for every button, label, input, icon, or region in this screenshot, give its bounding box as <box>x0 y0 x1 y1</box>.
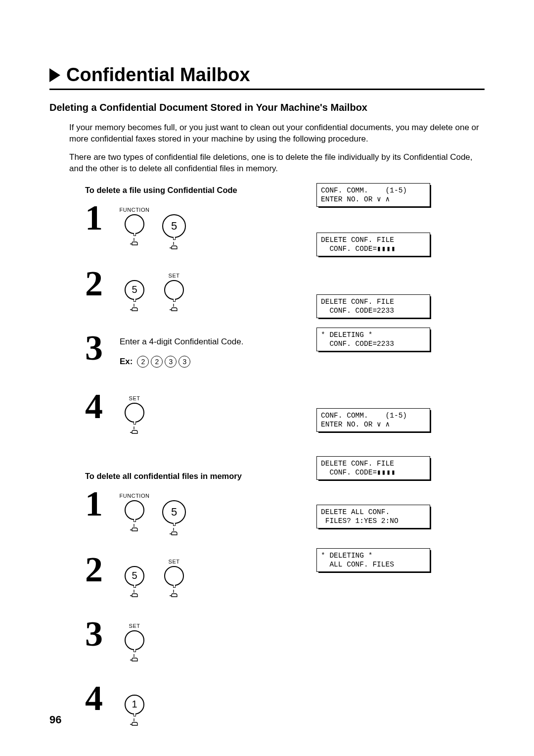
subsection-heading: Deleting a Confidential Document Stored … <box>49 102 485 113</box>
set-button-icon: SET <box>159 273 189 312</box>
digit-1-button-icon: 1 <box>120 687 149 726</box>
press-hand-icon <box>128 523 141 532</box>
press-hand-icon <box>128 653 141 662</box>
cursor-blocks-icon: ▮▮▮▮ <box>377 468 396 477</box>
intro-paragraph-1: If your memory becomes full, or you just… <box>69 122 485 145</box>
lcd-proc-a-step-1: CONF. COMM. (1-5) ENTER NO. OR ∨ ∧ <box>316 183 430 207</box>
step-3-instruction: Enter a 4-digit Confidential Code. <box>120 337 243 347</box>
digit-5-button-icon: 5 <box>159 493 189 536</box>
press-hand-icon <box>168 303 180 312</box>
intro-paragraph-2: There are two types of confidential file… <box>69 152 485 175</box>
manual-page: Confidential Mailbox Deleting a Confiden… <box>0 0 534 756</box>
lcd-proc-a-step-2: DELETE CONF. FILE CONF. CODE=▮▮▮▮ <box>316 233 430 256</box>
step-number: 2 <box>85 556 120 584</box>
lcd-proc-b-step-2: DELETE CONF. FILE CONF. CODE=▮▮▮▮ <box>316 456 430 480</box>
step-number: 4 <box>85 392 120 421</box>
set-button-icon: SET <box>120 395 149 434</box>
press-hand-icon <box>128 425 141 434</box>
press-hand-icon <box>168 527 180 536</box>
step-number: 3 <box>85 334 120 363</box>
digit-5-button-icon: 5 <box>120 559 149 598</box>
proc-b-step-4: 4 1 <box>85 684 485 729</box>
cursor-blocks-icon: ▮▮▮▮ <box>377 244 396 253</box>
lcd-proc-a-step-3: DELETE CONF. FILE CONF. CODE=2233 <box>316 294 430 318</box>
example-digit: 2 <box>137 356 149 368</box>
step-number: 3 <box>85 620 120 649</box>
title-arrow-icon <box>49 68 60 82</box>
lcd-proc-b-step-3: DELETE ALL CONF. FILES? 1:YES 2:NO <box>316 505 430 528</box>
digit-5-button-icon: 5 <box>120 273 149 312</box>
step-number: 1 <box>85 204 120 233</box>
step-number: 1 <box>85 490 120 519</box>
step-number: 4 <box>85 684 120 713</box>
page-number: 96 <box>49 713 61 726</box>
example-digit: 3 <box>178 356 190 368</box>
title-rule <box>49 89 485 90</box>
proc-b-step-3: 3 SET <box>85 620 485 664</box>
digit-5-button-icon: 5 <box>159 207 189 250</box>
lcd-proc-a-step-4: * DELETING * CONF. CODE=2233 <box>316 328 430 351</box>
press-hand-icon <box>128 589 141 598</box>
lcd-proc-b-step-4: * DELETING * ALL CONF. FILES <box>316 548 430 572</box>
lcd-proc-b-step-1: CONF. COMM. (1-5) ENTER NO. OR ∨ ∧ <box>316 408 430 432</box>
press-hand-icon <box>128 303 141 312</box>
set-button-icon: SET <box>159 559 189 598</box>
press-hand-icon <box>168 241 180 250</box>
function-button-icon: FUNCTION <box>120 207 149 246</box>
section-title: Confidential Mailbox <box>66 64 250 86</box>
function-button-icon: FUNCTION <box>120 493 149 532</box>
example-digit: 2 <box>151 356 163 368</box>
press-hand-icon <box>128 717 141 726</box>
press-hand-icon <box>128 237 141 246</box>
step-number: 2 <box>85 270 120 298</box>
press-hand-icon <box>168 589 180 598</box>
example-line: Ex: 2 2 3 3 <box>120 356 243 368</box>
section-title-row: Confidential Mailbox <box>49 64 485 86</box>
set-button-icon: SET <box>120 623 149 662</box>
example-digit: 3 <box>165 356 177 368</box>
